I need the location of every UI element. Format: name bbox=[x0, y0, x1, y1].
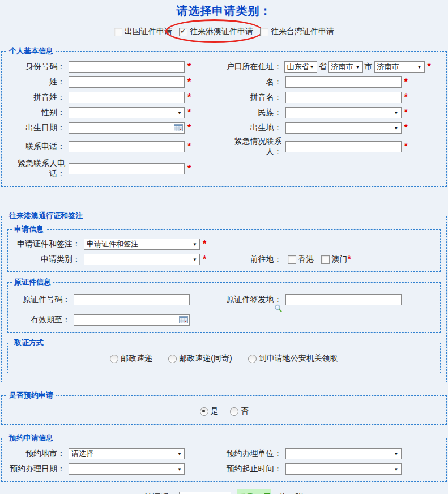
no-radio[interactable] bbox=[230, 407, 238, 416]
hkmo-checkbox[interactable] bbox=[179, 28, 187, 36]
dropdown-arrow-icon: ▼ bbox=[417, 65, 422, 70]
gender-select[interactable]: ▼ bbox=[69, 107, 185, 118]
required-star: * bbox=[428, 62, 431, 71]
reservation-choice-section: 是否预约申请 是 否 bbox=[1, 390, 447, 425]
reservation-date-select[interactable]: ▼ bbox=[69, 463, 185, 475]
pinyin-given-input[interactable] bbox=[285, 92, 402, 103]
emergency-contact-input[interactable] bbox=[285, 141, 402, 152]
ethnicity-label: 民族： bbox=[224, 108, 282, 118]
macau-checkbox[interactable] bbox=[321, 255, 330, 264]
birthplace-select[interactable]: ▼ bbox=[285, 122, 402, 134]
postal-radio[interactable] bbox=[110, 355, 118, 363]
gender-label: 性别： bbox=[4, 108, 65, 118]
birthdate-label: 出生日期： bbox=[4, 123, 65, 133]
in-person-label: 到申请地公安机关领取 bbox=[259, 354, 338, 364]
id-number-label: 身份号码： bbox=[4, 62, 65, 72]
hukou-city-select[interactable]: 济南市 ▼ bbox=[328, 61, 363, 73]
postal-together-radio[interactable] bbox=[168, 355, 177, 363]
apply-info-legend: 申请信息 bbox=[12, 224, 46, 235]
category-abroad[interactable]: 出国证件申请 bbox=[113, 27, 173, 37]
city-suffix: 市 bbox=[365, 62, 373, 72]
calendar-icon[interactable] bbox=[174, 124, 183, 133]
birthplace-label: 出生地： bbox=[224, 123, 282, 133]
reservation-info-section: 预约申请信息 预约地市： 请选择 ▼ 预约办理单位： ▼ 预约办理日期： ▼ 预 bbox=[1, 433, 447, 482]
dropdown-arrow-icon: ▼ bbox=[394, 452, 399, 457]
valid-until-input[interactable] bbox=[74, 314, 190, 326]
ethnicity-select[interactable]: ▼ bbox=[285, 107, 402, 118]
reservation-no[interactable]: 否 bbox=[230, 406, 249, 416]
original-doc-legend: 原证件信息 bbox=[12, 277, 53, 287]
destination-macau[interactable]: 澳门 bbox=[321, 254, 348, 265]
emergency-phone-label: 紧急联系人电话： bbox=[4, 159, 65, 179]
given-name-input[interactable] bbox=[285, 76, 402, 88]
hongkong-label: 香港 bbox=[298, 254, 314, 265]
taiwan-checkbox[interactable] bbox=[260, 28, 268, 36]
valid-until-label: 有效期至： bbox=[9, 315, 70, 325]
dropdown-arrow-icon: ▼ bbox=[394, 110, 399, 116]
dropdown-arrow-icon: ▼ bbox=[193, 257, 197, 262]
captcha-image[interactable]: EBuP bbox=[237, 489, 271, 494]
category-taiwan[interactable]: 往来台湾证件申请 bbox=[259, 27, 335, 37]
calendar-icon[interactable] bbox=[179, 316, 188, 325]
hkmo-permit-legend: 往来港澳通行证和签注 bbox=[7, 211, 85, 221]
hongkong-checkbox[interactable] bbox=[288, 255, 296, 264]
doc-endorsement-select[interactable]: 申请证件和签注 ▼ bbox=[84, 239, 200, 250]
required-star: * bbox=[187, 78, 191, 87]
pickup-in-person[interactable]: 到申请地公安机关领取 bbox=[248, 354, 338, 364]
required-star: * bbox=[404, 93, 408, 102]
reservation-city-select[interactable]: 请选择 ▼ bbox=[69, 448, 185, 459]
reservation-unit-select[interactable]: ▼ bbox=[285, 448, 402, 459]
in-person-radio[interactable] bbox=[248, 355, 257, 363]
surname-label: 姓： bbox=[4, 77, 65, 87]
postal-label: 邮政速递 bbox=[121, 354, 152, 364]
apply-type-select[interactable]: ▼ bbox=[84, 254, 200, 265]
reservation-date-label: 预约办理日期： bbox=[4, 464, 65, 474]
hukou-district-select[interactable]: 济南市 ▼ bbox=[374, 61, 425, 73]
captcha-code: EBuP bbox=[237, 491, 271, 494]
surname-input[interactable] bbox=[69, 76, 185, 88]
destination-label: 前往地： bbox=[224, 254, 282, 265]
yes-radio[interactable] bbox=[200, 407, 208, 416]
required-star: * bbox=[187, 93, 191, 102]
reservation-unit-label: 预约办理单位： bbox=[224, 449, 282, 459]
macau-label: 澳门 bbox=[332, 254, 348, 265]
dropdown-arrow-icon: ▼ bbox=[177, 467, 182, 472]
required-star: * bbox=[187, 124, 191, 133]
destination-hongkong[interactable]: 香港 bbox=[288, 254, 314, 265]
required-star: * bbox=[187, 108, 191, 117]
dropdown-arrow-icon: ▼ bbox=[193, 242, 197, 247]
required-star: * bbox=[187, 164, 191, 173]
personal-info-legend: 个人基本信息 bbox=[7, 46, 56, 56]
required-star: * bbox=[187, 62, 191, 71]
reservation-yes[interactable]: 是 bbox=[200, 406, 219, 416]
original-doc-section: 原证件信息 原证件号码： 原证件签发地： 有效期至： bbox=[7, 277, 441, 333]
pinyin-surname-label: 拼音姓： bbox=[4, 92, 65, 103]
category-hkmo[interactable]: 往来港澳证件申请 bbox=[178, 27, 254, 37]
emergency-phone-input[interactable] bbox=[69, 163, 185, 174]
abroad-checkbox[interactable] bbox=[114, 28, 122, 36]
page-title: 请选择申请类别： bbox=[0, 3, 448, 19]
captcha-input[interactable] bbox=[179, 492, 231, 494]
pickup-postal-together[interactable]: 邮政速递(同寄) bbox=[168, 354, 232, 364]
required-star: * bbox=[203, 240, 206, 249]
birthdate-input[interactable] bbox=[69, 122, 185, 134]
required-star: * bbox=[404, 78, 408, 87]
pinyin-surname-input[interactable] bbox=[69, 92, 185, 103]
pinyin-given-label: 拼音名： bbox=[224, 92, 282, 103]
reservation-choice-legend: 是否预约申请 bbox=[7, 390, 56, 401]
hukou-province-select[interactable]: 山东省 ▼ bbox=[284, 61, 317, 73]
phone-input[interactable] bbox=[69, 141, 185, 152]
abroad-checkbox-label: 出国证件申请 bbox=[125, 27, 172, 37]
issue-place-input[interactable] bbox=[285, 294, 402, 305]
pickup-postal[interactable]: 邮政速递 bbox=[110, 354, 152, 364]
reservation-time-select[interactable]: ▼ bbox=[285, 463, 402, 475]
dropdown-arrow-icon: ▼ bbox=[394, 467, 399, 472]
issue-place-label: 原证件签发地： bbox=[224, 295, 282, 305]
original-number-label: 原证件号码： bbox=[9, 295, 70, 305]
doc-endorsement-label: 申请证件和签注： bbox=[9, 239, 80, 249]
original-number-input[interactable] bbox=[74, 294, 190, 305]
reservation-info-legend: 预约申请信息 bbox=[7, 433, 56, 443]
magnifier-icon[interactable] bbox=[274, 304, 282, 312]
reservation-time-label: 预约起止时间： bbox=[224, 464, 282, 474]
id-number-input[interactable] bbox=[69, 61, 185, 73]
